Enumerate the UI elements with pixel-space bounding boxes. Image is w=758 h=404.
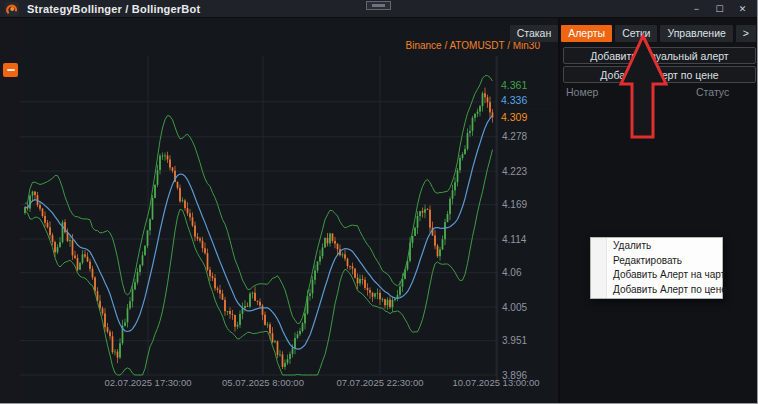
minimize-button[interactable]: − — [685, 0, 708, 18]
price-tick-label: 4.114 — [502, 234, 527, 245]
candlestick-chart[interactable]: 4.2784.2234.1694.1144.064.0053.9513.8964… — [18, 50, 558, 398]
time-tick-label: 05.07.2025 8:00:00 — [222, 377, 304, 388]
price-tick-label: 3.951 — [502, 335, 527, 346]
context-menu: УдалитьРедактироватьДобавить Алерт на ча… — [590, 237, 723, 299]
price-tick-label: 4.278 — [502, 131, 527, 142]
left-rail — [0, 18, 18, 404]
price-tick-label: 4.005 — [502, 302, 527, 313]
chart-area[interactable]: Binance / ATOMUSDT / Min30 4.2784.2234.1… — [18, 18, 558, 404]
app-window: StrategyBollinger / BollingerBot − ☐ ✕ B… — [0, 0, 758, 404]
maximize-button[interactable]: ☐ — [708, 0, 731, 18]
annotation-arrow-up-icon — [615, 30, 675, 145]
window-controls: − ☐ ✕ — [685, 0, 754, 18]
panel-tab-алерты[interactable]: Алерты — [561, 25, 612, 42]
time-tick-label: 02.07.2025 17:30:00 — [104, 377, 191, 388]
column-header-number: Номер — [566, 86, 598, 98]
last-price-value-label: 4.309 — [501, 111, 527, 123]
bollinger-middle-value-label: 4.336 — [501, 94, 527, 106]
close-button[interactable]: ✕ — [731, 0, 754, 18]
panel-tab-стакан[interactable]: Стакан — [510, 25, 559, 42]
context-menu-item[interactable]: Удалить — [591, 239, 722, 254]
menu-icon — [7, 69, 15, 71]
bollinger-upper-value-label: 4.361 — [501, 79, 527, 91]
window-title: StrategyBollinger / BollingerBot — [27, 3, 200, 15]
time-tick-label: 07.07.2025 22:30:00 — [336, 377, 423, 388]
app-logo-icon — [5, 2, 19, 16]
context-menu-item[interactable]: Редактировать — [591, 254, 722, 269]
panel-tab-[interactable]: > — [736, 25, 756, 42]
title-bar[interactable]: StrategyBollinger / BollingerBot − ☐ ✕ — [0, 0, 758, 18]
column-header-status: Статус — [696, 86, 729, 98]
collapse-panel-button[interactable] — [3, 63, 18, 77]
time-tick-label: 10.07.2025 13:00:00 — [452, 377, 539, 388]
price-tick-label: 4.223 — [502, 166, 527, 177]
tab-drag-handle[interactable] — [366, 1, 391, 10]
tab-handle-dash-icon — [372, 4, 385, 7]
price-tick-label: 4.169 — [502, 199, 527, 210]
context-menu-item[interactable]: Добавить Алерт по цене — [591, 283, 722, 298]
context-menu-item[interactable]: Добавить Алерт на чарт — [591, 268, 722, 283]
price-tick-label: 4.06 — [502, 267, 522, 278]
